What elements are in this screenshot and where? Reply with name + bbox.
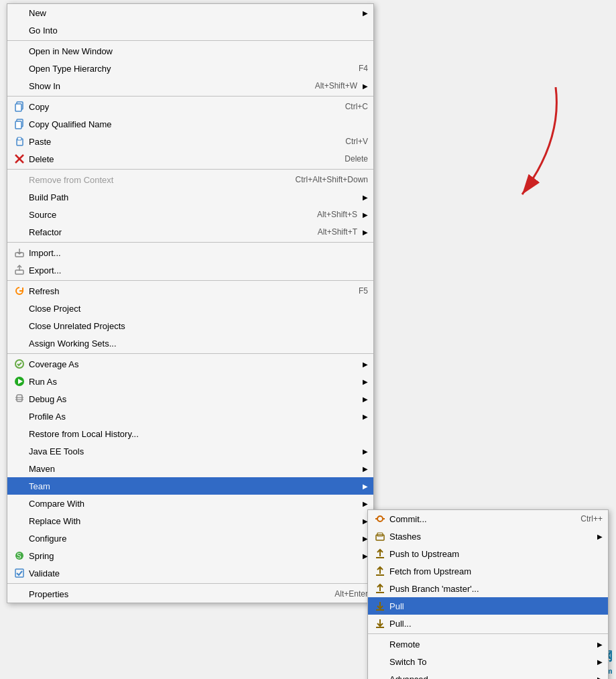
main-context-menu: New▶Go IntoOpen in New WindowOpen Type H… <box>7 3 374 603</box>
menu-label-validate: Validate <box>29 568 368 578</box>
menu-label-java-ee-tools: Java EE Tools <box>29 446 357 456</box>
submenu-item-stashes[interactable]: Stashes▶ <box>368 528 608 545</box>
menu-arrow-refactor: ▶ <box>363 229 368 236</box>
submenu-label-pull: Pull <box>389 601 603 611</box>
menu-item-delete[interactable]: DeleteDelete <box>7 150 373 168</box>
coverage-icon <box>13 357 26 371</box>
svg-rect-2 <box>15 104 21 111</box>
menu-arrow-coverage-as: ▶ <box>363 361 368 368</box>
menu-arrow-source: ▶ <box>363 211 368 219</box>
submenu-separator <box>368 633 608 634</box>
menu-icon-empty <box>13 532 26 545</box>
spring-icon: S <box>13 549 26 562</box>
menu-item-compare-with[interactable]: Compare With▶ <box>7 495 373 512</box>
submenu-item-advanced[interactable]: Advanced▶ <box>368 670 608 679</box>
submenu-item-commit[interactable]: Commit...Ctrl++ <box>368 510 608 528</box>
menu-item-close-unrelated[interactable]: Close Unrelated Projects <box>7 317 373 334</box>
menu-icon-empty <box>13 410 26 423</box>
menu-item-paste[interactable]: PasteCtrl+V <box>7 133 373 150</box>
submenu-item-switch-to[interactable]: Switch To▶ <box>368 653 608 670</box>
menu-label-remove-context: Remove from Context <box>29 175 282 185</box>
submenu-label-push-branch: Push Branch 'master'... <box>389 584 603 594</box>
submenu-label-advanced: Advanced <box>389 674 592 680</box>
menu-item-team[interactable]: Team▶ <box>7 477 373 495</box>
menu-item-refactor[interactable]: RefactorAlt+Shift+T▶ <box>7 223 373 241</box>
menu-icon-empty <box>13 444 26 458</box>
menu-label-go-into: Go Into <box>29 25 368 36</box>
run-icon <box>13 375 26 388</box>
menu-arrow-debug-as: ▶ <box>363 395 368 403</box>
menu-label-run-as: Run As <box>29 377 357 387</box>
menu-item-open-new-window[interactable]: Open in New Window <box>7 42 373 60</box>
menu-shortcut-show-in: Alt+Shift+W <box>315 81 357 90</box>
submenu-label-switch-to: Switch To <box>389 657 592 667</box>
menu-item-configure[interactable]: Configure▶ <box>7 530 373 547</box>
git-pull-icon <box>373 599 387 613</box>
git-commit-icon <box>373 512 387 526</box>
menu-label-source: Source <box>29 210 304 220</box>
menu-separator <box>7 96 373 97</box>
menu-item-import[interactable]: Import... <box>7 244 373 261</box>
menu-arrow-show-in: ▶ <box>363 82 368 90</box>
menu-item-new[interactable]: New▶ <box>7 4 373 21</box>
menu-separator <box>7 40 373 41</box>
submenu-icon-empty <box>373 672 387 679</box>
menu-shortcut-source: Alt+Shift+S <box>317 210 357 219</box>
menu-item-debug-as[interactable]: Debug As▶ <box>7 390 373 408</box>
menu-item-java-ee-tools[interactable]: Java EE Tools▶ <box>7 442 373 460</box>
menu-icon-empty <box>13 62 26 75</box>
menu-item-maven[interactable]: Maven▶ <box>7 460 373 477</box>
svg-rect-6 <box>17 137 21 140</box>
submenu-item-fetch-upstream[interactable]: Fetch from Upstream <box>368 562 608 580</box>
menu-item-build-path[interactable]: Build Path▶ <box>7 188 373 206</box>
menu-label-debug-as: Debug As <box>29 394 357 404</box>
menu-item-close-project[interactable]: Close Project <box>7 300 373 317</box>
menu-item-go-into[interactable]: Go Into <box>7 21 373 39</box>
submenu-item-push-branch[interactable]: Push Branch 'master'... <box>368 580 608 597</box>
menu-item-show-in[interactable]: Show InAlt+Shift+W▶ <box>7 77 373 95</box>
menu-label-show-in: Show In <box>29 81 302 91</box>
menu-item-source[interactable]: SourceAlt+Shift+S▶ <box>7 206 373 223</box>
debug-icon <box>13 392 26 406</box>
menu-icon-empty <box>13 79 26 92</box>
menu-item-validate[interactable]: Validate <box>7 564 373 582</box>
menu-label-paste: Paste <box>29 137 332 147</box>
menu-shortcut-open-type-hierarchy: F4 <box>359 64 368 73</box>
menu-item-profile-as[interactable]: Profile As▶ <box>7 408 373 425</box>
menu-shortcut-properties: Alt+Enter <box>334 589 368 599</box>
menu-item-copy-qualified[interactable]: Copy Qualified Name <box>7 115 373 133</box>
menu-separator <box>7 242 373 243</box>
submenu-item-push-upstream[interactable]: Push to Upstream <box>368 545 608 562</box>
submenu-shortcut-commit: Ctrl++ <box>580 514 603 523</box>
submenu-item-remote[interactable]: Remote▶ <box>368 635 608 653</box>
menu-separator <box>7 280 373 281</box>
menu-arrow-run-as: ▶ <box>363 378 368 385</box>
menu-item-export[interactable]: Export... <box>7 261 373 279</box>
git-push-icon <box>373 582 387 595</box>
menu-item-remove-context[interactable]: Remove from ContextCtrl+Alt+Shift+Down <box>7 171 373 188</box>
menu-separator <box>7 353 373 354</box>
menu-item-copy[interactable]: CopyCtrl+C <box>7 98 373 115</box>
menu-item-assign-working-sets[interactable]: Assign Working Sets... <box>7 334 373 352</box>
menu-item-run-as[interactable]: Run As▶ <box>7 373 373 390</box>
menu-label-configure: Configure <box>29 534 357 544</box>
menu-item-refresh[interactable]: RefreshF5 <box>7 282 373 300</box>
submenu-item-pull-dots[interactable]: Pull... <box>368 615 608 632</box>
menu-icon-empty <box>13 427 26 440</box>
menu-item-replace-with[interactable]: Replace With▶ <box>7 512 373 530</box>
menu-icon-empty <box>13 514 26 528</box>
menu-label-import: Import... <box>29 248 368 258</box>
menu-item-open-type-hierarchy[interactable]: Open Type HierarchyF4 <box>7 60 373 77</box>
menu-label-open-type-hierarchy: Open Type Hierarchy <box>29 64 345 74</box>
menu-item-restore-local[interactable]: Restore from Local History... <box>7 425 373 442</box>
menu-label-open-new-window: Open in New Window <box>29 46 368 56</box>
menu-label-spring: Spring <box>29 551 357 561</box>
menu-item-spring[interactable]: SSpring▶ <box>7 547 373 564</box>
validate-icon <box>13 566 26 580</box>
menu-item-coverage-as[interactable]: Coverage As▶ <box>7 355 373 373</box>
submenu-item-pull[interactable]: Pull <box>368 597 608 615</box>
submenu-arrow-switch-to: ▶ <box>597 658 603 666</box>
menu-item-properties[interactable]: PropertiesAlt+Enter <box>7 585 373 603</box>
submenu-label-stashes: Stashes <box>389 532 592 542</box>
refresh-icon <box>13 284 26 298</box>
